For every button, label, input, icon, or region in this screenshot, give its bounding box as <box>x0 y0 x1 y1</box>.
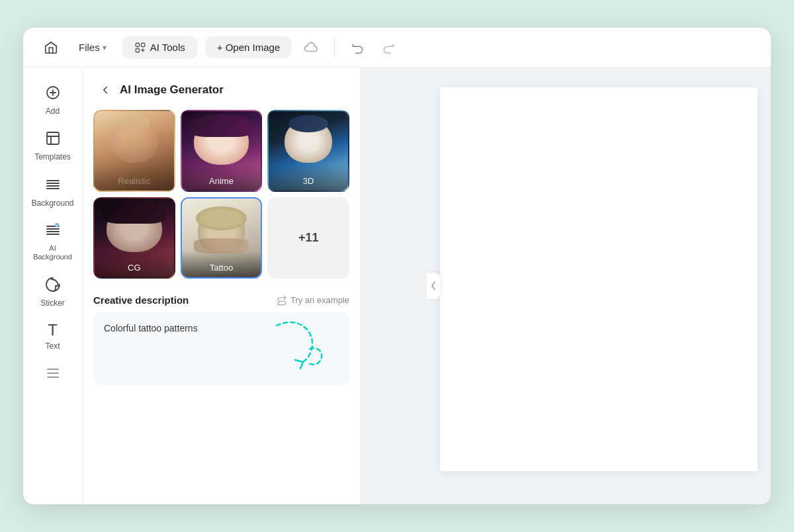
topbar: Files ▾ AI Tools + Open Image <box>23 28 771 67</box>
sidebar-item-background[interactable]: Background <box>28 170 77 213</box>
style-card-anime-label: Anime <box>182 164 261 191</box>
sidebar-item-add[interactable]: Add <box>28 78 77 121</box>
style-card-3d-label: 3D <box>269 164 348 191</box>
app-window: Files ▾ AI Tools + Open Image <box>23 28 771 504</box>
style-card-more-label: +11 <box>298 231 319 245</box>
canvas-area <box>361 67 771 504</box>
more-icon <box>45 365 61 384</box>
sidebar-item-sticker-label: Sticker <box>40 298 65 308</box>
try-example-label: Try an example <box>290 295 349 305</box>
sidebar-item-more[interactable] <box>28 359 77 389</box>
description-text: Colorful tattoo patterns <box>104 323 198 333</box>
open-image-label: + Open Image <box>217 42 280 53</box>
sidebar-item-templates[interactable]: Templates <box>28 124 77 167</box>
main-area: Add Templates <box>23 67 771 504</box>
canvas-sheet <box>440 87 758 471</box>
creative-description-header: Creative description Try an example <box>93 294 349 306</box>
background-icon <box>45 177 61 195</box>
home-button[interactable] <box>39 36 63 60</box>
sidebar-item-sticker[interactable]: Sticker <box>28 270 77 313</box>
files-label: Files <box>79 42 100 53</box>
topbar-divider <box>334 38 335 57</box>
description-box[interactable]: Colorful tattoo patterns <box>93 312 349 385</box>
style-card-realistic-label: Realistic <box>95 164 174 191</box>
cloud-icon <box>300 36 322 59</box>
sidebar-item-ai-background[interactable]: AI Background <box>28 216 77 267</box>
sidebar-item-text[interactable]: T Text <box>28 316 77 356</box>
svg-point-17 <box>55 223 59 227</box>
sidebar-item-ai-background-label: AI Background <box>32 244 73 261</box>
panel: AI Image Generator Realistic <box>83 67 361 504</box>
ai-tools-label: AI Tools <box>150 42 185 53</box>
svg-rect-1 <box>141 43 144 46</box>
ai-background-icon <box>45 222 61 241</box>
style-card-realistic[interactable]: Realistic <box>93 110 175 192</box>
style-card-tattoo-label: Tattoo <box>182 251 261 277</box>
text-icon: T <box>48 322 58 338</box>
svg-rect-0 <box>136 43 139 46</box>
svg-rect-6 <box>47 132 59 144</box>
style-card-tattoo[interactable]: Tattoo <box>181 197 263 279</box>
sidebar-item-text-label: Text <box>45 341 60 351</box>
add-icon <box>45 85 61 103</box>
panel-back-button[interactable] <box>96 81 114 99</box>
panel-collapse-handle[interactable] <box>427 273 440 299</box>
creative-description-title: Creative description <box>93 294 189 306</box>
sidebar-item-templates-label: Templates <box>34 152 71 161</box>
sidebar-item-add-label: Add <box>46 107 60 116</box>
style-card-cg[interactable]: CG <box>93 197 175 279</box>
undo-button[interactable] <box>347 36 369 59</box>
sidebar: Add Templates <box>23 67 83 504</box>
panel-title: AI Image Generator <box>120 83 224 97</box>
svg-rect-2 <box>136 48 139 52</box>
sidebar-item-background-label: Background <box>31 199 73 208</box>
panel-content: Realistic Anime 3D <box>83 110 360 504</box>
ai-tools-button[interactable]: AI Tools <box>122 36 197 59</box>
templates-icon <box>45 130 61 149</box>
files-button[interactable]: Files ▾ <box>71 38 114 57</box>
open-image-button[interactable]: + Open Image <box>205 36 292 58</box>
panel-header: AI Image Generator <box>83 67 360 110</box>
dashed-arrow-decoration <box>243 312 349 385</box>
style-card-cg-label: CG <box>95 251 174 277</box>
style-card-more[interactable]: +11 <box>267 197 349 279</box>
style-card-3d[interactable]: 3D <box>267 110 349 192</box>
redo-button[interactable] <box>377 36 400 59</box>
try-example-button[interactable]: Try an example <box>277 295 349 306</box>
files-chevron-icon: ▾ <box>103 43 107 52</box>
sticker-icon <box>45 277 61 295</box>
style-card-anime[interactable]: Anime <box>181 110 263 192</box>
style-grid: Realistic Anime 3D <box>93 110 349 279</box>
